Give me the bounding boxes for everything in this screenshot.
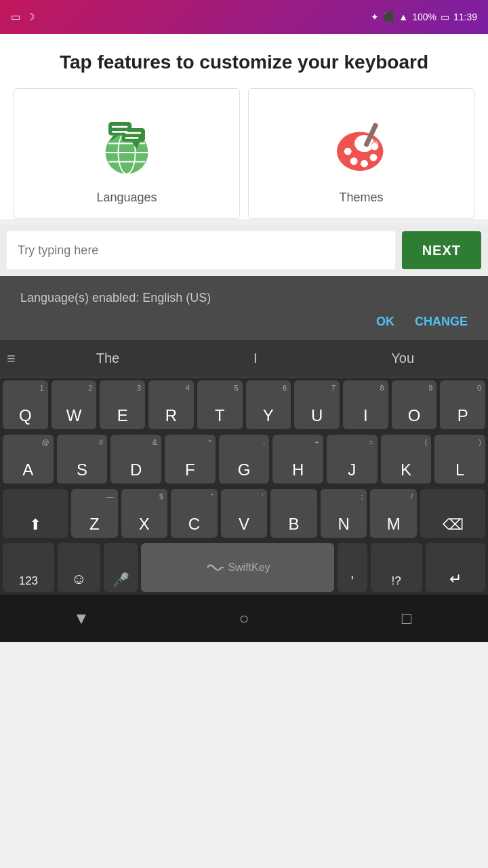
language-enabled-text: Language(s) enabled: English (US) [20,291,468,305]
key-q[interactable]: 1Q [3,380,48,429]
special-key[interactable]: !? [371,543,422,592]
typing-area: NEXT [0,224,488,276]
key-row-2: @A #S &D *F -G +H =J (K )L [0,432,488,486]
key-b[interactable]: :B [270,489,317,538]
key-row-4: 123 ☺ 🎤 SwiftKey , !? ↵ [0,540,488,595]
battery-icon: ▭ [441,12,449,22]
languages-icon [96,116,157,177]
themes-label: Themes [339,191,383,205]
svg-point-20 [370,154,378,161]
key-s[interactable]: #S [57,435,108,484]
key-l[interactable]: )L [434,435,485,484]
themes-card[interactable]: Themes [248,88,474,219]
key-j[interactable]: =J [327,435,378,484]
suggestion-word-0[interactable]: The [85,348,130,369]
svg-point-19 [361,160,368,167]
signal-icon: ⬛ [383,12,394,22]
key-o[interactable]: 9O [392,380,437,429]
feature-cards: Languages Themes [0,88,488,219]
comma-key[interactable]: , [338,543,367,592]
language-actions: OK CHANGE [20,305,468,340]
clock: 11:39 [453,12,477,22]
page-title: Tap features to customize your keyboard [20,50,468,75]
screen-icon: ▭ [11,11,20,23]
key-row-3: ⬆ —Z $X "C 'V :B ;N /M ⌫ [0,486,488,540]
key-m[interactable]: /M [370,489,417,538]
key-n[interactable]: ;N [321,489,367,538]
key-h[interactable]: +H [272,435,323,484]
swiftkey-logo: SwiftKey [205,561,270,574]
languages-card[interactable]: Languages [14,88,240,219]
change-button[interactable]: CHANGE [415,315,468,329]
languages-label: Languages [96,191,157,205]
key-f[interactable]: *F [165,435,216,484]
svg-point-17 [344,148,352,155]
next-button[interactable]: NEXT [402,231,481,269]
key-e[interactable]: 3E [100,380,145,429]
suggestions-row: ≡ The I You [0,340,488,378]
shift-key[interactable]: ⬆ [3,489,68,538]
key-d[interactable]: &D [110,435,161,484]
nav-recent-button[interactable]: □ [386,605,427,632]
key-v[interactable]: 'V [221,489,268,538]
svg-point-21 [371,143,378,151]
key-i[interactable]: 8I [343,380,388,429]
hamburger-icon[interactable]: ≡ [7,350,16,368]
key-g[interactable]: -G [219,435,270,484]
svg-rect-7 [122,128,145,142]
emoji-key[interactable]: ☺ [58,543,100,592]
notification-icon: ☽ [26,11,35,23]
swiftkey-logo-icon [205,561,224,574]
language-notification: Language(s) enabled: English (US) OK CHA… [0,276,488,340]
key-a[interactable]: @A [3,435,54,484]
space-key[interactable]: SwiftKey [141,543,333,592]
key-r[interactable]: 4R [148,380,194,429]
key-k[interactable]: (K [381,435,432,484]
key-z[interactable]: —Z [71,489,118,538]
svg-point-18 [350,158,358,165]
mic-key[interactable]: 🎤 [104,543,138,592]
nav-back-button[interactable]: ▼ [61,605,102,632]
key-row-1: 1Q 2W 3E 4R 5T 6Y 7U 8I 9O 0P [0,378,488,432]
backspace-key[interactable]: ⌫ [420,489,485,538]
key-c[interactable]: "C [171,489,218,538]
languages-icon-area [86,109,167,184]
suggestion-words: The I You [29,348,481,369]
status-right-icons: ✦ ⬛ ▲ 100% ▭ 11:39 [371,12,477,22]
suggestion-word-2[interactable]: You [380,348,425,369]
themes-icon [331,116,392,177]
header: Tap features to customize your keyboard [0,34,488,88]
numbers-key[interactable]: 123 [3,543,54,592]
status-left-icons: ▭ ☽ [11,11,35,23]
status-bar: ▭ ☽ ✦ ⬛ ▲ 100% ▭ 11:39 [0,0,488,34]
nav-home-button[interactable]: ○ [224,605,264,632]
keyboard: ≡ The I You 1Q 2W 3E 4R 5T 6Y 7U 8I 9O 0… [0,340,488,595]
key-x[interactable]: $X [121,489,168,538]
enter-key[interactable]: ↵ [426,543,485,592]
wifi-icon: ▲ [399,12,408,22]
nav-bar: ▼ ○ □ [0,595,488,642]
key-u[interactable]: 7U [294,380,340,429]
key-w[interactable]: 2W [52,380,97,429]
ok-button[interactable]: OK [376,315,394,329]
themes-icon-area [321,109,402,184]
suggestion-word-1[interactable]: I [243,348,268,369]
key-p[interactable]: 0P [440,380,485,429]
key-y[interactable]: 6Y [246,380,291,429]
bluetooth-icon: ✦ [371,12,379,22]
battery-indicator: 100% [412,12,436,22]
key-t[interactable]: 5T [197,380,243,429]
typing-input[interactable] [7,231,395,269]
